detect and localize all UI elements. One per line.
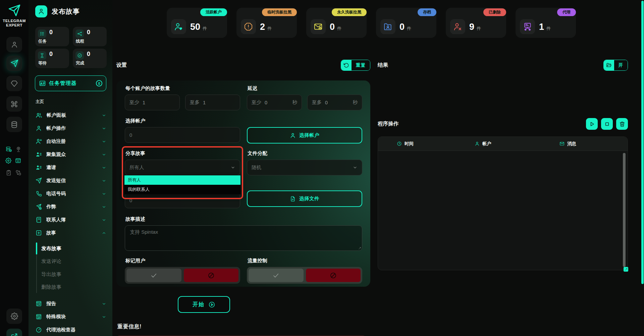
sidebar-section-home: 主页 [36, 99, 44, 105]
user-icon [475, 141, 480, 146]
user-icon [290, 132, 296, 138]
submenu-send-comments[interactable]: 发送评论 [29, 255, 112, 268]
card-deleted[interactable]: 已删除 9件 [446, 8, 506, 38]
sidebar-item-auto-register[interactable]: 自动注册 [29, 135, 112, 148]
modules-icon [36, 314, 42, 320]
sidebar-item-phone-numbers[interactable]: 电话号码 [29, 187, 112, 200]
swap-icon[interactable] [15, 170, 21, 176]
file-count-input[interactable]: 0 [125, 192, 240, 208]
clipboard-check-icon[interactable] [6, 170, 12, 176]
page-header-icon-tile [35, 5, 47, 17]
gear-small-icon[interactable] [5, 158, 11, 164]
user-heart-icon [171, 19, 186, 34]
code-window-icon[interactable] [15, 158, 21, 164]
file-distribution-select[interactable]: 随机 [247, 160, 362, 175]
send-icon [10, 59, 18, 67]
chevron-down-icon [230, 165, 235, 170]
stat-value: 0 [49, 51, 53, 58]
chevron-down-icon [102, 301, 106, 306]
ops-stop-button[interactable] [601, 118, 613, 130]
stat-done: 0 完成 [73, 49, 107, 68]
tasks-icon [38, 30, 46, 38]
play-circle-icon [208, 301, 215, 308]
sidebar-item-reports[interactable]: 报告 [29, 297, 112, 310]
chevron-down-icon [102, 178, 106, 183]
stories-min-input[interactable]: 至少1 [125, 95, 180, 110]
card-archived[interactable]: 存档 0件 [376, 8, 436, 38]
sidebar-item-proxy-checker[interactable]: 代理池检查器 [29, 323, 112, 336]
ops-delete-button[interactable] [616, 118, 628, 130]
sidebar-item-account-ops[interactable]: 帐户操作 [29, 122, 112, 135]
sidebar-item-cheat[interactable]: 作弊 [29, 200, 112, 213]
sidebar-item-special-modules[interactable]: 特殊模块 [29, 310, 112, 323]
delay-min-input[interactable]: 至少0秒 [247, 95, 302, 110]
plus-square-icon [36, 230, 42, 236]
user-x-icon [450, 19, 465, 34]
rail-sender-button[interactable] [6, 56, 22, 71]
dropdown-option-everyone[interactable]: 所有人 [124, 175, 240, 185]
user-icon [11, 41, 18, 48]
reset-button[interactable]: 重置 [341, 60, 370, 71]
sidebar-item-gather-audience[interactable]: 聚集观众 [29, 148, 112, 161]
task-manager-label: 任务管理器 [49, 80, 77, 87]
rail-command-button[interactable] [6, 96, 22, 112]
table-scrollbar[interactable] [623, 153, 626, 267]
rail-accounts-button[interactable] [6, 37, 22, 52]
select-accounts-button[interactable]: 选择帐户 [247, 127, 362, 144]
card-active-accounts[interactable]: 活跃帐户 50件 [167, 8, 227, 38]
tag-users-toggle [125, 267, 240, 284]
results-title: 结果 [378, 62, 388, 69]
chevron-down-icon [102, 205, 106, 209]
rail-settings-button[interactable] [6, 309, 22, 324]
status-badge: 存档 [418, 8, 436, 16]
hourglass-icon [38, 51, 46, 60]
server-check-icon[interactable] [6, 146, 12, 152]
submenu-delete-stories[interactable]: 删除故事 [29, 281, 112, 294]
tag-users-enable[interactable] [126, 269, 181, 282]
stories-max-input[interactable]: 至多1 [185, 95, 240, 110]
task-manager-button[interactable]: 任务管理器 0 [35, 75, 106, 91]
status-badge: 临时洗板拉黑 [262, 8, 297, 16]
threads-icon [75, 30, 84, 38]
share-story-label: 分享故事 [125, 150, 240, 156]
submenu-export-stories[interactable]: 导出故事 [29, 268, 112, 281]
sidebar-item-contact-book[interactable]: 联系人簿 [29, 213, 112, 226]
traffic-enable[interactable] [249, 269, 304, 282]
delay-max-input[interactable]: 至多0秒 [307, 95, 362, 110]
rail-external-link-button[interactable] [6, 329, 22, 336]
start-button[interactable]: 开始 [178, 296, 230, 313]
proxy-server-icon [520, 19, 535, 34]
card-proxies[interactable]: 代理 1件 [516, 8, 576, 38]
accounts-count-input[interactable]: 0 [125, 127, 240, 143]
share-story-select[interactable]: 所有人 [125, 160, 240, 175]
ops-play-button[interactable] [586, 118, 598, 130]
status-cards-row: 活跃帐户 50件 临时洗板拉黑 2件 永久洗板拉黑 0件 存档 0件 已删除 [167, 8, 576, 38]
open-results-button[interactable]: 开 [603, 60, 628, 71]
phone-icon [36, 190, 42, 197]
table-resize-handle[interactable] [624, 267, 628, 272]
stop-icon [604, 121, 610, 127]
card-perm-banned[interactable]: 永久洗板拉黑 0件 [306, 8, 367, 38]
page-scrollbar[interactable] [641, 1, 644, 284]
file-plus-icon [290, 196, 296, 202]
rail-favorites-button[interactable] [6, 76, 22, 91]
select-files-button[interactable]: 选择文件 [247, 190, 362, 207]
traffic-disable[interactable] [306, 269, 361, 282]
tag-users-disable[interactable] [184, 269, 239, 282]
column-message: 消息 [559, 141, 576, 147]
check-icon [150, 272, 157, 279]
submenu-publish-story[interactable]: 发布故事 [29, 242, 112, 255]
sidebar-item-invite[interactable]: 邀请 [29, 161, 112, 174]
webcam-icon[interactable] [15, 146, 21, 152]
sidebar-item-stories[interactable]: 故事 [29, 226, 112, 239]
card-value: 0件 [330, 22, 341, 32]
card-temp-banned[interactable]: 临时洗板拉黑 2件 [236, 8, 297, 38]
dropdown-option-contacts[interactable]: 我的联系人 [124, 185, 240, 194]
sidebar-item-send-sms[interactable]: 发送短信 [29, 174, 112, 187]
story-description-textarea[interactable] [125, 225, 362, 251]
rail-database-button[interactable] [6, 117, 22, 132]
sidebar-item-account-panel[interactable]: 帐户面板 [29, 109, 112, 122]
resize-grip-icon[interactable] [358, 247, 361, 250]
send-plus-icon [36, 204, 42, 210]
card-value: 1件 [539, 22, 551, 32]
